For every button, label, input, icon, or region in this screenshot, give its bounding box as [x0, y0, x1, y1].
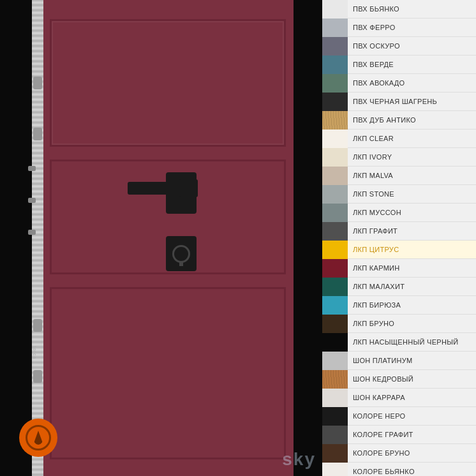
swatch-item-pvx-dub-antiko[interactable]: ПВХ ДУБ АНТИКО [322, 111, 476, 130]
swatch-color-lkp-musson [322, 204, 348, 222]
lock-bolt-3 [28, 230, 36, 235]
handle-base [166, 172, 197, 214]
swatch-label-pvx-black-shagren: ПВХ ЧЕРНАЯ ШАГРЕНЬ [348, 98, 437, 105]
swatch-label-shpon-karra: ШОН КАРРАРА [348, 394, 405, 401]
swatch-color-shpon-platinum [322, 352, 348, 370]
swatch-label-lkp-grafit: ЛКП ГРАФИТ [348, 227, 398, 235]
swatch-color-pvx-ferro [322, 19, 348, 37]
swatch-label-pvx-dub-antiko: ПВХ ДУБ АНТИКО [348, 116, 416, 124]
swatch-color-lkp-malachit [322, 278, 348, 296]
swatch-color-lkp-clear [322, 130, 348, 148]
swatch-label-pvx-avokado: ПВХ АВОКАДО [348, 79, 405, 87]
swatch-item-kolore-bruno[interactable]: КОЛОРЕ БРУНО [322, 444, 476, 463]
swatch-color-pvx-byanko [322, 0, 348, 19]
swatch-item-shpon-karra[interactable]: ШОН КАРРАРА [322, 389, 476, 407]
swatch-color-kolore-nero [322, 407, 348, 426]
lock-cylinder-4 [33, 370, 42, 383]
swatch-label-lkp-citrus: ЛКП ЦИТРУС [348, 246, 399, 253]
swatch-color-lkp-sat-black [322, 333, 348, 352]
swatch-color-pvx-oskuro [322, 37, 348, 56]
keyhole-assembly [166, 236, 197, 271]
swatch-label-lkp-ivory: ЛКП IVORY [348, 153, 392, 161]
door-body [32, 0, 294, 476]
swatch-color-lkp-malva [322, 167, 348, 185]
swatch-label-pvx-verde: ПВХ ВЕРДЕ [348, 61, 394, 68]
swatch-color-kolore-bruno [322, 444, 348, 463]
handle-lever [128, 182, 198, 195]
swatch-label-pvx-oskuro: ПВХ ОСКУРО [348, 42, 400, 50]
swatch-label-kolore-byanko: КОЛОРЕ БЬЯНКО [348, 468, 415, 475]
lock-cylinder-3 [33, 319, 42, 332]
swatch-item-lkp-musson[interactable]: ЛКП МУССОН [322, 204, 476, 222]
brand-text: torca [33, 346, 37, 360]
swatch-item-lkp-clear[interactable]: ЛКП CLEAR [322, 130, 476, 148]
swatch-item-lkp-grafit[interactable]: ЛКП ГРАФИТ [322, 222, 476, 241]
swatch-item-pvx-verde[interactable]: ПВХ ВЕРДЕ [322, 56, 476, 74]
swatch-item-lkp-citrus[interactable]: ЛКП ЦИТРУС [322, 241, 476, 259]
swatch-item-pvx-ferro[interactable]: ПВХ ФЕРРО [322, 19, 476, 37]
swatch-item-pvx-byanko[interactable]: ПВХ БЬЯНКО [322, 0, 476, 19]
swatch-item-pvx-oskuro[interactable]: ПВХ ОСКУРО [322, 37, 476, 56]
lock-bolt-2 [28, 198, 36, 203]
swatch-item-kolore-byanko[interactable]: КОЛОРЕ БЬЯНКО [322, 463, 476, 476]
door-panel: torca sky [0, 0, 322, 476]
swatch-label-lkp-sat-black: ЛКП НАСЫЩЕННЫЙ ЧЕРНЫЙ [348, 338, 458, 346]
door-panel-top-inset [50, 19, 286, 147]
swatch-item-pvx-avokado[interactable]: ПВХ АВОКАДО [322, 74, 476, 93]
swatch-item-lkp-biryuza[interactable]: ЛКП БИРЮЗА [322, 296, 476, 315]
corona-logo [19, 419, 57, 457]
swatch-label-kolore-bruno: КОЛОРЕ БРУНО [348, 449, 410, 457]
lock-bolt-1 [28, 166, 36, 171]
swatch-item-lkp-karmin[interactable]: ЛКП КАРМИН [322, 259, 476, 278]
swatch-label-lkp-malachit: ЛКП МАЛАХИТ [348, 283, 405, 290]
corona-inner [26, 425, 51, 450]
swatch-color-lkp-stone [322, 185, 348, 204]
swatch-color-lkp-citrus [322, 241, 348, 259]
swatch-color-pvx-dub-antiko [322, 111, 348, 130]
swatch-item-kolore-nero[interactable]: КОЛОРЕ НЕРО [322, 407, 476, 426]
keyhole-circle [172, 245, 190, 263]
door-panel-bottom-inset [50, 287, 286, 459]
swatch-label-kolore-nero: КОЛОРЕ НЕРО [348, 412, 405, 420]
swatch-panel: ПВХ БЬЯНКОПВХ ФЕРРОПВХ ОСКУРОПВХ ВЕРДЕПВ… [322, 0, 476, 476]
swatch-item-lkp-bruno[interactable]: ЛКП БРУНО [322, 315, 476, 333]
swatch-label-lkp-malva: ЛКП MALVA [348, 172, 393, 179]
swatch-color-pvx-verde [322, 56, 348, 74]
corona-flame-icon [33, 431, 43, 445]
swatch-color-shpon-kedrovy [322, 370, 348, 389]
swatch-color-lkp-bruno [322, 315, 348, 333]
swatch-label-lkp-musson: ЛКП МУССОН [348, 209, 401, 216]
swatch-color-shpon-karra [322, 389, 348, 407]
swatch-item-lkp-malva[interactable]: ЛКП MALVA [322, 167, 476, 185]
swatch-label-shpon-kedrovy: ШОН КЕДРОВЫЙ [348, 375, 413, 383]
door-handle [166, 172, 197, 214]
swatch-item-lkp-sat-black[interactable]: ЛКП НАСЫЩЕННЫЙ ЧЕРНЫЙ [322, 333, 476, 352]
swatch-item-shpon-kedrovy[interactable]: ШОН КЕДРОВЫЙ [322, 370, 476, 389]
swatch-label-lkp-biryuza: ЛКП БИРЮЗА [348, 301, 401, 309]
swatch-color-kolore-grafit [322, 426, 348, 444]
lock-cylinder-1 [33, 77, 42, 89]
swatch-color-lkp-ivory [322, 148, 348, 167]
swatch-item-shpon-platinum[interactable]: ШОН ПЛАТИНУМ [322, 352, 476, 370]
swatch-item-lkp-stone[interactable]: ЛКП STONE [322, 185, 476, 204]
swatch-label-lkp-bruno: ЛКП БРУНО [348, 320, 394, 327]
swatch-label-pvx-ferro: ПВХ ФЕРРО [348, 24, 396, 31]
swatch-color-kolore-byanko [322, 463, 348, 477]
swatch-item-lkp-malachit[interactable]: ЛКП МАЛАХИТ [322, 278, 476, 296]
swatch-color-pvx-avokado [322, 74, 348, 93]
swatch-label-lkp-karmin: ЛКП КАРМИН [348, 264, 400, 272]
swatch-item-lkp-ivory[interactable]: ЛКП IVORY [322, 148, 476, 167]
swatch-item-kolore-grafit[interactable]: КОЛОРЕ ГРАФИТ [322, 426, 476, 444]
swatch-label-lkp-clear: ЛКП CLEAR [348, 135, 394, 142]
swatch-label-shpon-platinum: ШОН ПЛАТИНУМ [348, 357, 413, 364]
lock-strip [32, 0, 43, 476]
lock-cylinder-2 [33, 128, 42, 140]
swatch-item-pvx-black-shagren[interactable]: ПВХ ЧЕРНАЯ ШАГРЕНЬ [322, 93, 476, 111]
swatch-color-lkp-karmin [322, 259, 348, 278]
swatch-label-pvx-byanko: ПВХ БЬЯНКО [348, 5, 399, 13]
swatch-color-pvx-black-shagren [322, 93, 348, 111]
swatch-color-lkp-biryuza [322, 296, 348, 315]
keyhole-plate [166, 236, 197, 271]
swatch-label-lkp-stone: ЛКП STONE [348, 190, 394, 198]
swatch-color-lkp-grafit [322, 222, 348, 241]
